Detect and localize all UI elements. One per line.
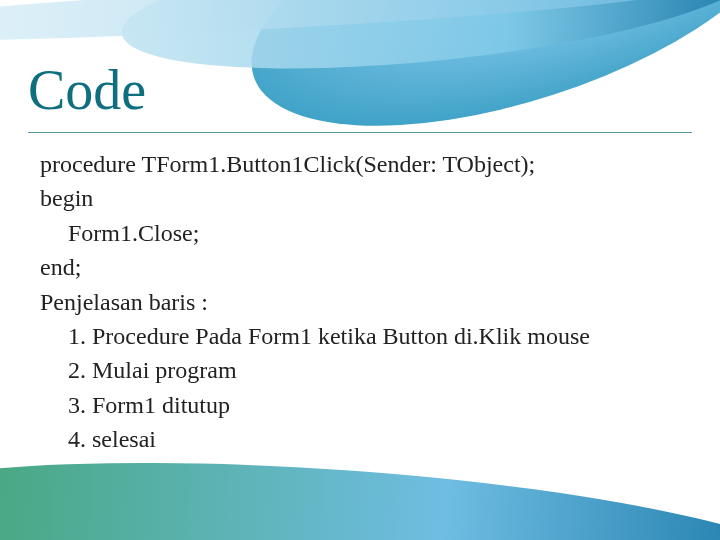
- slide-body: procedure TForm1.Button1Click(Sender: TO…: [40, 148, 680, 458]
- code-line: end;: [40, 251, 680, 283]
- list-item: Procedure Pada Form1 ketika Button di.Kl…: [92, 320, 680, 352]
- list-item: Mulai program: [92, 354, 680, 386]
- slide-title: Code: [28, 58, 146, 122]
- code-line: begin: [40, 182, 680, 214]
- title-underline: [28, 132, 692, 133]
- explanation-list: Procedure Pada Form1 ketika Button di.Kl…: [40, 320, 680, 456]
- list-item: Form1 ditutup: [92, 389, 680, 421]
- code-line: procedure TForm1.Button1Click(Sender: TO…: [40, 148, 680, 180]
- explanation-label: Penjelasan baris :: [40, 286, 680, 318]
- slide: Code procedure TForm1.Button1Click(Sende…: [0, 0, 720, 540]
- code-line: Form1.Close;: [40, 217, 680, 249]
- list-item: selesai: [92, 423, 680, 455]
